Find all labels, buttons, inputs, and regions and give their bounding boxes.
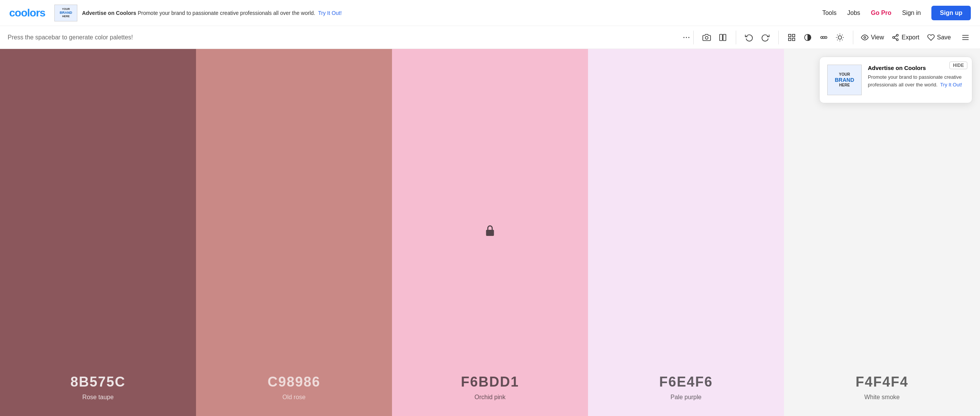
color-hex: 8B575C bbox=[70, 374, 126, 390]
more-icon bbox=[682, 33, 691, 42]
save-button[interactable]: Save bbox=[927, 34, 951, 41]
header-ad-text: Advertise on Coolors Promote your brand … bbox=[82, 10, 342, 16]
top-navigation: coolors YOUR BRAND HERE Advertise on Coo… bbox=[0, 0, 980, 26]
share-icon bbox=[892, 34, 899, 41]
layout-icon bbox=[719, 33, 727, 42]
popup-description: Promote your brand to passionate creativ… bbox=[868, 73, 964, 88]
svg-rect-32 bbox=[486, 230, 494, 236]
svg-rect-8 bbox=[789, 38, 791, 40]
layout-button[interactable] bbox=[716, 31, 730, 44]
color-name: Pale purple bbox=[671, 394, 702, 401]
svg-rect-9 bbox=[792, 38, 795, 40]
color-swatch[interactable]: F6E4F6Pale purple bbox=[588, 49, 784, 416]
colorblind-button[interactable] bbox=[817, 31, 831, 44]
svg-line-22 bbox=[842, 34, 843, 35]
logo[interactable]: coolors bbox=[9, 7, 45, 19]
brightness-button[interactable] bbox=[833, 31, 847, 44]
toolbar: Press the spacebar to generate color pal… bbox=[0, 26, 980, 49]
export-button[interactable]: Export bbox=[892, 34, 919, 41]
svg-rect-4 bbox=[720, 34, 722, 41]
color-name: Rose taupe bbox=[82, 394, 114, 401]
grid-button[interactable] bbox=[785, 31, 799, 44]
ad-popup: YOUR BRAND HERE Advertise on Coolors Pro… bbox=[819, 57, 972, 103]
toolbar-undo-group bbox=[736, 31, 778, 44]
camera-button[interactable] bbox=[700, 31, 714, 44]
svg-rect-7 bbox=[792, 34, 795, 36]
color-hex: F6BDD1 bbox=[461, 374, 519, 390]
svg-point-25 bbox=[893, 36, 895, 38]
undo-icon bbox=[745, 33, 753, 42]
grid-icon bbox=[787, 33, 796, 42]
popup-hide-button[interactable]: HIDE bbox=[949, 62, 967, 69]
nav-jobs-link[interactable]: Jobs bbox=[847, 10, 860, 16]
lock-icon bbox=[485, 225, 495, 240]
color-swatch[interactable]: 8B575CRose taupe bbox=[0, 49, 196, 416]
view-button[interactable]: View bbox=[861, 34, 884, 41]
color-swatch[interactable]: F4F4F4White smoke bbox=[784, 49, 980, 416]
color-hex: F4F4F4 bbox=[856, 374, 908, 390]
color-name: White smoke bbox=[864, 394, 900, 401]
color-swatch[interactable]: F6BDD1Orchid pink bbox=[392, 49, 588, 416]
nav-signin-link[interactable]: Sign in bbox=[902, 10, 921, 16]
color-hex: C98986 bbox=[268, 374, 320, 390]
svg-line-21 bbox=[837, 39, 838, 40]
svg-line-27 bbox=[894, 38, 897, 39]
color-swatch[interactable]: C98986Old rose bbox=[196, 49, 392, 416]
contrast-button[interactable] bbox=[801, 31, 815, 44]
camera-icon bbox=[702, 33, 711, 42]
svg-point-1 bbox=[686, 37, 687, 38]
svg-line-28 bbox=[894, 36, 897, 37]
heart-icon bbox=[927, 34, 935, 41]
popup-try-link[interactable]: Try It Out! bbox=[940, 82, 962, 88]
brightness-icon bbox=[836, 33, 844, 42]
svg-point-23 bbox=[864, 36, 866, 38]
nav-tools-link[interactable]: Tools bbox=[822, 10, 836, 16]
eye-icon bbox=[861, 34, 869, 41]
toolbar-hint: Press the spacebar to generate color pal… bbox=[8, 34, 679, 41]
color-name: Old rose bbox=[283, 394, 305, 401]
header-ad-banner: YOUR BRAND HERE Advertise on Coolors Pro… bbox=[54, 5, 813, 21]
color-hex: F6E4F6 bbox=[659, 374, 713, 390]
nav-signup-button[interactable]: Sign up bbox=[931, 6, 971, 20]
svg-line-18 bbox=[842, 39, 843, 40]
nav-right: Tools Jobs Go Pro Sign in Sign up bbox=[822, 6, 971, 20]
contrast-icon bbox=[804, 33, 812, 42]
svg-point-0 bbox=[683, 37, 684, 38]
toolbar-camera-group bbox=[693, 31, 736, 44]
redo-icon bbox=[761, 33, 769, 42]
more-options-button[interactable] bbox=[679, 31, 693, 44]
svg-rect-6 bbox=[789, 34, 791, 36]
menu-icon bbox=[961, 33, 970, 42]
toolbar-actions: View Export Save bbox=[853, 31, 972, 44]
header-ad-brand-box: YOUR BRAND HERE bbox=[54, 5, 77, 21]
svg-rect-5 bbox=[723, 34, 726, 41]
svg-point-2 bbox=[688, 37, 689, 38]
svg-point-14 bbox=[838, 36, 841, 39]
hamburger-button[interactable] bbox=[959, 31, 972, 44]
color-name: Orchid pink bbox=[475, 394, 506, 401]
undo-button[interactable] bbox=[742, 31, 756, 44]
svg-point-3 bbox=[705, 36, 708, 39]
popup-brand-box: YOUR BRAND HERE bbox=[827, 65, 862, 95]
toolbar-view-options-group bbox=[778, 31, 853, 44]
colorblind-icon bbox=[820, 33, 828, 42]
color-palette: 8B575CRose taupeC98986Old rose F6BDD1Orc… bbox=[0, 49, 980, 416]
redo-button[interactable] bbox=[758, 31, 772, 44]
svg-line-17 bbox=[837, 34, 838, 35]
nav-gopro-link[interactable]: Go Pro bbox=[871, 10, 891, 16]
svg-point-24 bbox=[897, 34, 898, 36]
svg-point-13 bbox=[825, 36, 827, 39]
svg-point-26 bbox=[897, 39, 898, 41]
header-try-link[interactable]: Try It Out! bbox=[318, 10, 342, 16]
